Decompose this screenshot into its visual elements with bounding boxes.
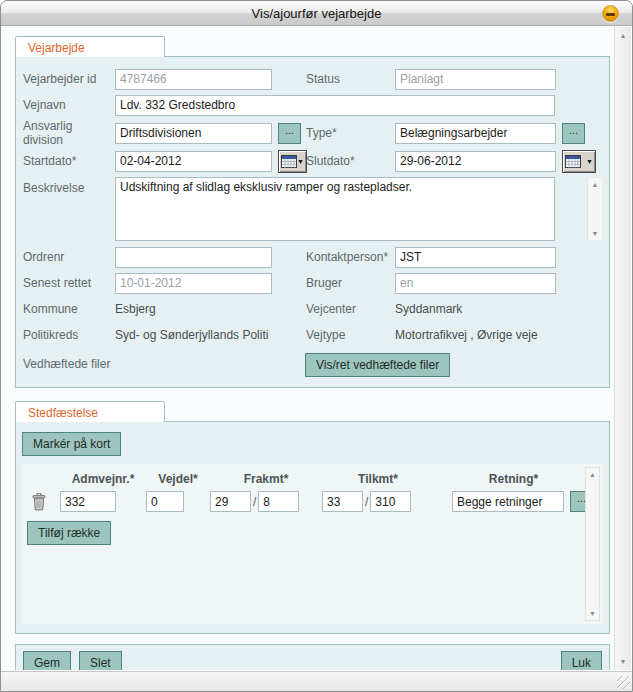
beskrivelse-textarea[interactable]: Udskiftning af slidlag eksklusiv ramper … [115,177,555,241]
startdato-calendar-button[interactable]: ▼ [278,150,307,173]
tilkmt-km-input[interactable] [322,491,363,512]
ansvarlig-division-browse-button[interactable]: ... [278,123,301,144]
vis-ret-vedhaeftede-filer-button[interactable]: Vis/ret vedhæftede filer [305,353,450,377]
header-admvejnr: Admvejnr.* [60,470,146,486]
kontaktperson-input[interactable] [395,247,556,268]
location-scrollbar[interactable]: ▲ ▼ [585,467,600,621]
calendar-icon [281,155,297,168]
vejnavn-label: Vejnavn [22,98,115,112]
bruger-input[interactable] [395,273,556,294]
type-browse-button[interactable]: ... [562,123,585,144]
main-scrollbar[interactable]: ▲ ▼ [614,27,631,670]
header-tilkmt: Tilkmt* [322,470,434,486]
vedhaeftede-filer-label: Vedhæftede filer [22,357,115,371]
table-row [26,489,60,514]
calendar-icon [565,155,581,168]
header-vejdel: Vejdel* [146,470,210,486]
delete-row-button[interactable] [32,493,46,511]
vejarbejder-id-label: Vejarbejder id [22,72,115,86]
kommune-label: Kommune [22,302,115,316]
ansvarlig-division-input[interactable] [115,123,272,144]
scroll-down-icon[interactable]: ▼ [592,230,599,237]
window-title: Vis/ajourfør vejarbejde [252,6,382,21]
status-input[interactable] [395,69,556,90]
location-table-area: Admvejnr.* Vejdel* Frakmt* Tilkmt* Retni… [22,464,603,624]
vejarbejder-id-input[interactable] [115,69,272,90]
footer-button-bar: Gem Slet Luk [15,644,610,670]
dropdown-arrow-icon: ▼ [297,158,304,165]
slutdato-label: Slutdato* [305,154,395,168]
location-table: Admvejnr.* Vejdel* Frakmt* Tilkmt* Retni… [26,470,581,514]
vejcenter-label: Vejcenter [305,302,395,316]
minimize-icon [606,13,615,16]
trash-icon [32,493,46,511]
tab-stedfaestelse[interactable]: Stedfæstelse [15,401,165,422]
tilfoej-raekke-button[interactable]: Tilføj række [27,521,111,545]
politikreds-value: Syd- og Sønderjyllands Politi [115,328,268,342]
vejdel-input[interactable] [146,491,184,512]
frakmt-km-input[interactable] [210,491,251,512]
dropdown-arrow-icon: ▼ [586,158,593,165]
status-bar [1,671,632,691]
status-label: Status [305,72,395,86]
slutdato-calendar-button[interactable]: ▼ [562,150,596,173]
frakmt-separator: / [253,495,256,509]
marker-paa-kort-button[interactable]: Markér på kort [22,432,121,456]
vejarbejde-form: Vejarbejder id Status Vejnavn Ansvarlig … [16,57,609,387]
beskrivelse-scrollbar[interactable]: ▲ ▼ [587,178,602,240]
startdato-label: Startdato* [22,154,115,168]
vejnavn-input[interactable] [115,95,555,116]
vejtype-value: Motortrafikvej , Øvrige veje [395,328,538,342]
ordrenr-input[interactable] [115,247,272,268]
slutdato-input[interactable] [395,151,556,172]
scroll-down-icon[interactable]: ▼ [589,610,596,617]
admvejnr-input[interactable] [60,491,116,512]
dialog-content: Vejarbejde Vejarbejder id Status Vejnavn… [2,27,614,670]
title-bar: Vis/ajourfør vejarbejde [1,1,632,26]
kontaktperson-label: Kontaktperson* [305,250,395,264]
vejarbejde-panel: Vejarbejder id Status Vejnavn Ansvarlig … [15,56,610,388]
header-frakmt: Frakmt* [210,470,322,486]
type-input[interactable] [395,123,556,144]
dialog-window: Vis/ajourfør vejarbejde Vejarbejde Vejar… [0,0,633,692]
beskrivelse-label: Beskrivelse [22,175,115,195]
senest-rettet-input[interactable] [115,273,272,294]
type-label: Type* [305,126,395,140]
kommune-value: Esbjerg [115,302,156,316]
scroll-up-icon[interactable]: ▲ [592,181,599,188]
header-retning: Retning* [434,470,593,486]
luk-button[interactable]: Luk [561,651,602,670]
vejtype-label: Vejtype [305,328,395,342]
vejcenter-value: Syddanmark [395,302,462,316]
retning-input[interactable] [452,491,564,512]
ansvarlig-division-label: Ansvarlig division [22,119,115,147]
stedfaestelse-panel: Markér på kort Admvejnr.* Vejdel* Frakmt… [15,421,610,634]
politikreds-label: Politikreds [22,328,115,342]
bruger-label: Bruger [305,276,395,290]
senest-rettet-label: Senest rettet [22,276,115,290]
resize-grip-icon[interactable] [617,676,630,689]
tilkmt-separator: / [365,495,368,509]
scroll-up-icon[interactable]: ▲ [620,32,627,39]
scroll-up-icon[interactable]: ▲ [589,471,596,478]
tilkmt-m-input[interactable] [370,491,411,512]
startdato-input[interactable] [115,151,272,172]
table-header-spacer [26,477,60,479]
gem-button[interactable]: Gem [23,651,71,670]
slet-button[interactable]: Slet [79,651,122,670]
minimize-button[interactable] [602,5,619,22]
tab-vejarbejde[interactable]: Vejarbejde [15,36,165,57]
ordrenr-label: Ordrenr [22,250,115,264]
scroll-down-icon[interactable]: ▼ [620,658,627,665]
frakmt-m-input[interactable] [258,491,299,512]
